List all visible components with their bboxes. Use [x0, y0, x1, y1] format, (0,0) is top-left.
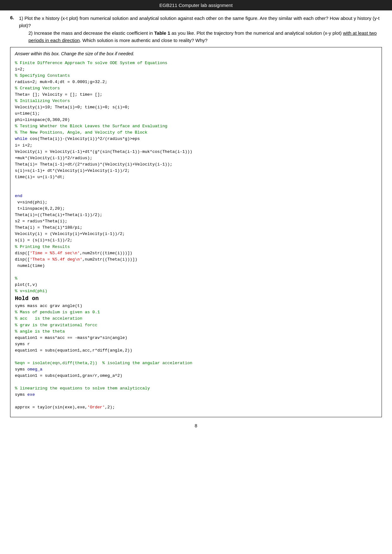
question-number: 6. [10, 15, 17, 44]
header-bar: EGB211 Computer lab assignment [0, 0, 392, 10]
answer-box-label: Answer within this box. Change the size … [15, 51, 377, 57]
question-block: 6. 1) Plot the x history (x-t plot) from… [10, 15, 382, 44]
question-text: 1) Plot the x history (x-t plot) from nu… [19, 15, 382, 44]
code-content: % Finite Difference Approach To solve OD… [15, 60, 377, 411]
page-number: 8 [10, 423, 382, 428]
answer-box: Answer within this box. Change the size … [10, 47, 382, 417]
header-title: EGB211 Computer lab assignment [160, 3, 233, 8]
